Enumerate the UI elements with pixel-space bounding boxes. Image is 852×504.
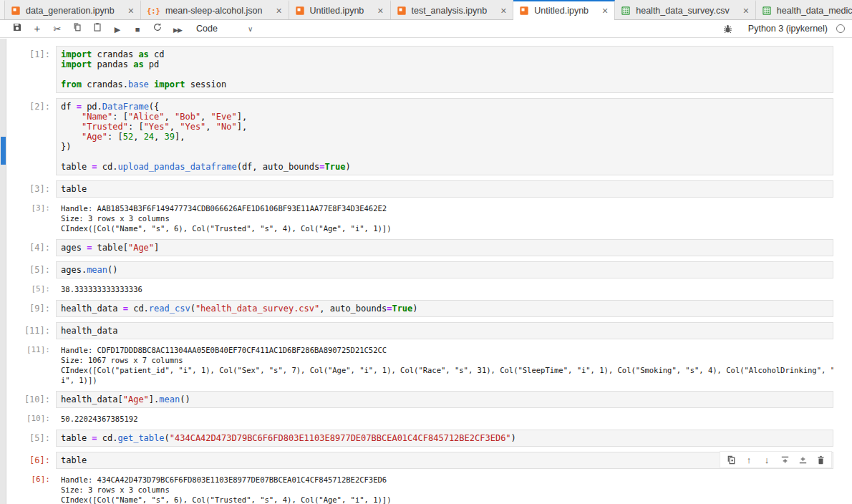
output-text: 38.333333333333336 bbox=[56, 284, 833, 295]
input-prompt: [9]: bbox=[7, 300, 56, 317]
move-cell-up-button[interactable]: ↑ bbox=[742, 453, 756, 466]
input-prompt: [5]: bbox=[7, 430, 56, 447]
output-text: Handle: CDFD17DDD8BC8AC11304AA05E0B40EF7… bbox=[56, 344, 833, 386]
tab-untitled-ipynb[interactable]: Untitled.ipynb× bbox=[513, 0, 615, 19]
toolbar-right: Python 3 (ipykernel) bbox=[720, 21, 845, 36]
code-cell-output: [6]:Handle: 434CA42D473D79BC6F6FD803E110… bbox=[7, 474, 852, 504]
kernel-status-icon bbox=[836, 24, 845, 33]
cell-list: [1]:import crandas as cdimport pandas as… bbox=[7, 39, 852, 504]
notebook-icon bbox=[11, 6, 21, 16]
move-cell-down-button[interactable]: ↓ bbox=[760, 453, 774, 466]
copy-cells-button[interactable] bbox=[69, 20, 86, 34]
cell-editor[interactable]: df = pd.DataFrame({ "Name": ["Alice", "B… bbox=[56, 98, 833, 175]
notebook-toolbar: +✂▶■▶▶ Code ∨ Python 3 (ipykernel) bbox=[0, 20, 852, 38]
duplicate-cell-button[interactable] bbox=[724, 453, 738, 466]
cell-hover-toolbar: ↑↓ bbox=[720, 451, 832, 468]
tab-bar: data_generation.ipynb×{:}mean-sleep-alco… bbox=[0, 0, 852, 20]
input-prompt: [10]: bbox=[7, 391, 56, 408]
debugger-bug-icon[interactable] bbox=[720, 21, 737, 36]
output-prompt: [11]: bbox=[7, 344, 56, 386]
cell-type-value: Code bbox=[196, 24, 218, 34]
cell-editor[interactable]: table bbox=[56, 452, 833, 469]
cell-editor[interactable]: health_data bbox=[56, 322, 833, 339]
tab-label: test_analysis.ipynb bbox=[412, 6, 488, 16]
run-cell-button[interactable]: ▶ bbox=[109, 23, 126, 37]
output-prompt: [10]: bbox=[7, 413, 56, 425]
tab-label: health_data_survey.csv bbox=[636, 6, 729, 16]
kernel-name[interactable]: Python 3 (ipykernel) bbox=[748, 24, 828, 34]
code-cell-output: [5]:38.333333333333336 bbox=[7, 284, 852, 295]
csv-icon bbox=[621, 6, 631, 16]
input-prompt: [2]: bbox=[7, 98, 56, 175]
code-cell-input: [1]:import crandas as cdimport pandas as… bbox=[7, 46, 852, 93]
output-prompt: [3]: bbox=[7, 203, 56, 234]
insert-cell-below-button[interactable] bbox=[795, 453, 810, 466]
cell-editor[interactable]: table = cd.get_table("434CA42D473D79BC6F… bbox=[56, 430, 833, 447]
tab-test-analysis-ipynb[interactable]: test_analysis.ipynb× bbox=[391, 0, 514, 19]
output-text: 50.22024367385192 bbox=[56, 413, 833, 425]
save-button[interactable] bbox=[9, 20, 26, 34]
tab-health-data-medical-csv[interactable]: health_data_medical.csv× bbox=[756, 0, 852, 19]
code-cell-input: [9]:health_data = cd.read_csv("health_da… bbox=[7, 300, 852, 317]
notebook-icon bbox=[397, 6, 407, 16]
close-tab-icon[interactable]: × bbox=[602, 6, 608, 16]
chevron-down-icon: ∨ bbox=[248, 25, 253, 33]
code-cell-output: [3]:Handle: AAB18534B3F6F149477734CDB066… bbox=[7, 203, 852, 234]
notebook-icon bbox=[295, 6, 305, 16]
input-prompt: [5]: bbox=[7, 261, 56, 278]
code-cell-input: [5]:table = cd.get_table("434CA42D473D79… bbox=[7, 430, 852, 447]
input-prompt: [11]: bbox=[7, 322, 56, 339]
code-cell-input: [11]:health_data bbox=[7, 322, 852, 339]
code-cell-input: [3]:table bbox=[7, 180, 852, 198]
tab-label: data_generation.ipynb bbox=[26, 6, 115, 16]
code-cell-input: [2]:df = pd.DataFrame({ "Name": ["Alice"… bbox=[7, 98, 852, 175]
output-prompt: [5]: bbox=[7, 284, 56, 295]
code-cell-input: [6]:table↑↓ bbox=[7, 452, 852, 469]
restart-kernel-button[interactable] bbox=[149, 20, 166, 34]
cell-editor[interactable]: ages = table["Age"] bbox=[56, 239, 833, 256]
tab-mean-sleep-alcohol-json[interactable]: {:}mean-sleep-alcohol.json× bbox=[141, 0, 289, 19]
tab-label: health_data_medical.csv bbox=[777, 6, 852, 16]
close-tab-icon[interactable]: × bbox=[276, 6, 281, 16]
tab-label: Untitled.ipynb bbox=[534, 6, 589, 16]
paste-cells-button[interactable] bbox=[89, 20, 106, 34]
add-cell-button[interactable]: + bbox=[29, 21, 46, 36]
cell-editor[interactable]: import crandas as cdimport pandas as pd … bbox=[56, 46, 833, 93]
code-cell-input: [5]:ages.mean() bbox=[7, 261, 852, 278]
scrollbar-thumb[interactable] bbox=[1, 137, 6, 165]
close-tab-icon[interactable]: × bbox=[128, 6, 134, 16]
input-prompt: [1]: bbox=[7, 46, 56, 93]
tab-health-data-survey-csv[interactable]: health_data_survey.csv× bbox=[615, 0, 756, 19]
cell-editor[interactable]: health_data = cd.read_csv("health_data_s… bbox=[56, 300, 833, 317]
cell-editor[interactable]: table bbox=[56, 180, 833, 198]
input-prompt: [4]: bbox=[7, 239, 56, 256]
cell-editor[interactable]: health_data["Age"].mean() bbox=[56, 391, 833, 408]
input-prompt: [6]: bbox=[7, 452, 56, 469]
output-text: Handle: AAB18534B3F6F149477734CDB066626A… bbox=[56, 203, 833, 234]
input-prompt: [3]: bbox=[7, 180, 56, 198]
notebook-area: [1]:import crandas as cdimport pandas as… bbox=[0, 39, 852, 504]
insert-cell-above-button[interactable] bbox=[778, 453, 792, 466]
cell-editor[interactable]: ages.mean() bbox=[56, 261, 833, 278]
restart-run-all-button[interactable]: ▶▶ bbox=[169, 23, 186, 37]
tab-untitled-ipynb[interactable]: Untitled.ipynb× bbox=[289, 0, 391, 19]
code-cell-output: [11]:Handle: CDFD17DDD8BC8AC11304AA05E0B… bbox=[7, 344, 852, 386]
code-cell-input: [10]:health_data["Age"].mean() bbox=[7, 391, 852, 408]
tab-label: mean-sleep-alcohol.json bbox=[165, 6, 263, 16]
close-tab-icon[interactable]: × bbox=[500, 6, 506, 16]
jupyterlab-window: data_generation.ipynb×{:}mean-sleep-alco… bbox=[0, 0, 852, 504]
code-cell-input: [4]:ages = table["Age"] bbox=[7, 239, 852, 256]
csv-icon bbox=[762, 6, 772, 16]
interrupt-kernel-button[interactable]: ■ bbox=[129, 22, 146, 37]
notebook-icon bbox=[519, 6, 529, 16]
close-tab-icon[interactable]: × bbox=[377, 6, 383, 16]
cell-type-dropdown[interactable]: Code ∨ bbox=[196, 24, 253, 34]
tab-data-generation-ipynb[interactable]: data_generation.ipynb× bbox=[4, 0, 141, 19]
close-tab-icon[interactable]: × bbox=[743, 6, 749, 16]
cut-cells-button[interactable]: ✂ bbox=[49, 22, 66, 37]
output-prompt: [6]: bbox=[7, 474, 56, 504]
json-icon: {:} bbox=[147, 6, 160, 15]
left-scrollbar-gutter[interactable] bbox=[0, 39, 6, 504]
delete-cell-button[interactable] bbox=[813, 453, 828, 466]
code-cell-output: [10]:50.22024367385192 bbox=[7, 413, 852, 425]
